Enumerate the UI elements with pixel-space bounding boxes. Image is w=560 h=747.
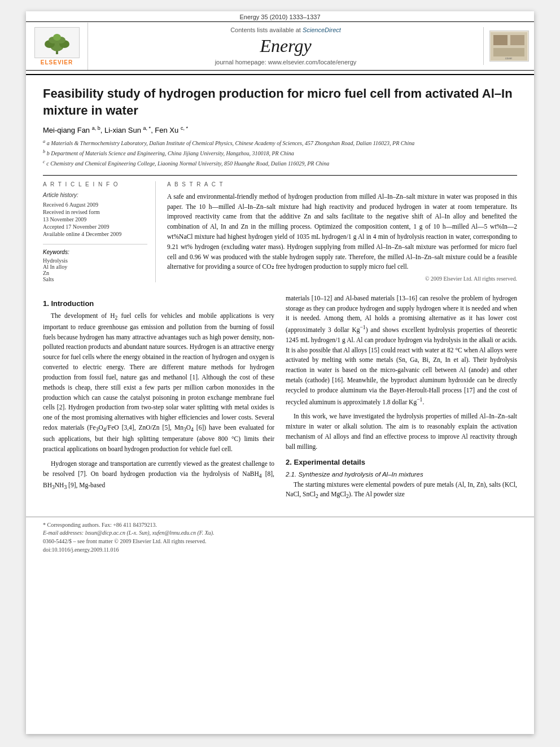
svg-point-6 [53, 34, 61, 41]
svg-rect-10 [493, 48, 524, 56]
elsevier-logo: ELSEVIER [26, 23, 88, 70]
keyword-zn: Zn [43, 270, 147, 276]
revised-date: 13 November 2009 [43, 216, 147, 222]
elsevier-tree-image [34, 27, 80, 58]
keywords-label: Keywords: [43, 249, 147, 255]
intro-para-2: Hydrogen storage and transportation are … [43, 459, 274, 492]
revised-label: Received in revised form [43, 209, 147, 215]
sciencedirect-link[interactable]: ScienceDirect [303, 27, 341, 33]
subsection2-1-title: 2.1. Synthesize and hydrolysis of Al–In … [286, 471, 517, 478]
elsevier-tree-icon [37, 30, 77, 55]
accepted-date: Accepted 17 November 2009 [43, 224, 147, 230]
article-page: Energy 35 (2010) 1333–1337 EL [26, 11, 534, 734]
volume-info: Energy 35 (2010) 1333–1337 [26, 11, 534, 21]
section1-title: 1. Introduction [43, 299, 274, 308]
journal-thumbnail: cover [483, 27, 534, 65]
body-columns: 1. Introduction The development of H2 fu… [43, 294, 517, 506]
info-abstract-columns: A R T I C L E I N F O Article history: R… [43, 175, 517, 282]
affiliation-c: c c Chemistry and Chemical Engineering C… [43, 159, 517, 168]
authors-line: Mei-qiang Fan a, b, Li-xian Sun a, *, Fe… [43, 125, 517, 134]
abstract-text: A safe and environmental-friendly method… [167, 192, 517, 273]
affiliation-a: a a Materials & Thermochemistry Laborato… [43, 138, 517, 147]
received-date: Received 6 August 2009 [43, 202, 147, 208]
article-info-heading: A R T I C L E I N F O [43, 181, 147, 187]
email-addresses: E-mail addresses: lxsun@dicp.ac.cn (L-x.… [43, 530, 517, 536]
issn-line: 0360-5442/$ – see front matter © 2009 El… [43, 538, 517, 544]
svg-text:cover: cover [505, 56, 513, 60]
keyword-salts: Salts [43, 276, 147, 282]
intro-para-3: materials [10–12] and Al-based materials… [286, 294, 517, 408]
body-left-column: 1. Introduction The development of H2 fu… [43, 294, 274, 506]
affiliations: a a Materials & Thermochemistry Laborato… [43, 138, 517, 168]
journal-header-main: ELSEVIER Contents lists available at Sci… [26, 21, 534, 71]
abstract-heading: A B S T R A C T [167, 181, 517, 187]
article-content: Feasibility study of hydrogen production… [26, 75, 534, 294]
abstract-column: A B S T R A C T A safe and environmental… [167, 181, 517, 282]
intro-para-1: The development of H2 fuel cells for veh… [43, 311, 274, 455]
available-date: Available online 4 December 2009 [43, 231, 147, 237]
svg-rect-9 [510, 35, 524, 45]
body-right-column: materials [10–12] and Al-based materials… [286, 294, 517, 506]
section2-title: 2. Experimental details [286, 458, 517, 466]
keywords-section: Keywords: Hydrolysis Al In alloy Zn Salt… [43, 244, 147, 282]
cover-image: cover [489, 30, 529, 62]
copyright: © 2009 Elsevier Ltd. All rights reserved… [167, 276, 517, 282]
affiliation-b: b b Department of Materials Science and … [43, 148, 517, 158]
cover-art-icon: cover [491, 32, 527, 60]
article-title: Feasibility study of hydrogen production… [43, 85, 517, 119]
journal-title: Energy [260, 36, 311, 56]
intro-para-4: In this work, we have investigated the h… [286, 412, 517, 452]
journal-center: Contents lists available at ScienceDirec… [88, 22, 483, 70]
article-footer: * Corresponding authors. Fax: +86 411 84… [26, 517, 534, 558]
keyword-hydrolysis: Hydrolysis [43, 257, 147, 264]
body-area: 1. Introduction The development of H2 fu… [26, 294, 534, 517]
doi-line: doi:10.1016/j.energy.2009.11.016 [43, 547, 517, 553]
subsection2-1-text: The starting mixtures were elemental pow… [286, 480, 517, 501]
corresponding-note: * Corresponding authors. Fax: +86 411 84… [43, 522, 517, 528]
journal-header: Energy 35 (2010) 1333–1337 EL [26, 11, 534, 75]
contents-line: Contents lists available at ScienceDirec… [230, 27, 341, 33]
svg-rect-8 [493, 35, 508, 45]
article-info-column: A R T I C L E I N F O Article history: R… [43, 181, 156, 282]
elsevier-label: ELSEVIER [41, 59, 73, 65]
history-label: Article history: [43, 192, 147, 198]
journal-homepage: journal homepage: www.elsevier.com/locat… [215, 59, 357, 65]
keyword-al-in-alloy: Al In alloy [43, 264, 147, 270]
